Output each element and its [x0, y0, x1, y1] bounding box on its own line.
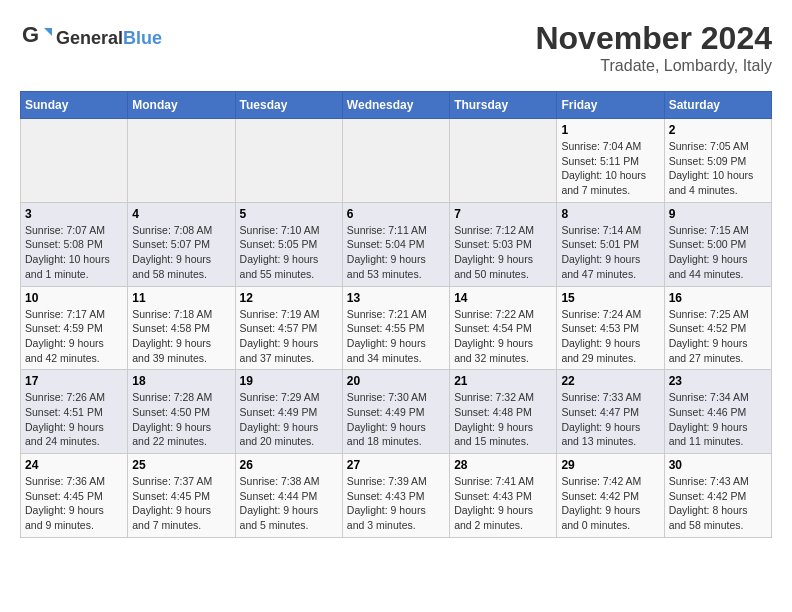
calendar-cell: 28Sunrise: 7:41 AM Sunset: 4:43 PM Dayli…: [450, 454, 557, 538]
day-number: 8: [561, 207, 659, 221]
weekday-header: Sunday: [21, 92, 128, 119]
calendar-cell: 19Sunrise: 7:29 AM Sunset: 4:49 PM Dayli…: [235, 370, 342, 454]
svg-text:G: G: [22, 22, 39, 47]
calendar-week-row: 1Sunrise: 7:04 AM Sunset: 5:11 PM Daylig…: [21, 119, 772, 203]
logo-mark: G: [20, 20, 52, 56]
day-info: Sunrise: 7:14 AM Sunset: 5:01 PM Dayligh…: [561, 223, 659, 282]
day-info: Sunrise: 7:21 AM Sunset: 4:55 PM Dayligh…: [347, 307, 445, 366]
day-number: 19: [240, 374, 338, 388]
weekday-header: Friday: [557, 92, 664, 119]
page-header: G GeneralBlue November 2024 Tradate, Lom…: [20, 20, 772, 75]
day-info: Sunrise: 7:24 AM Sunset: 4:53 PM Dayligh…: [561, 307, 659, 366]
day-info: Sunrise: 7:12 AM Sunset: 5:03 PM Dayligh…: [454, 223, 552, 282]
calendar-cell: 25Sunrise: 7:37 AM Sunset: 4:45 PM Dayli…: [128, 454, 235, 538]
calendar-cell: 17Sunrise: 7:26 AM Sunset: 4:51 PM Dayli…: [21, 370, 128, 454]
calendar-cell: 10Sunrise: 7:17 AM Sunset: 4:59 PM Dayli…: [21, 286, 128, 370]
calendar-table: SundayMondayTuesdayWednesdayThursdayFrid…: [20, 91, 772, 538]
calendar-cell: [450, 119, 557, 203]
calendar-cell: 3Sunrise: 7:07 AM Sunset: 5:08 PM Daylig…: [21, 202, 128, 286]
day-number: 3: [25, 207, 123, 221]
calendar-cell: 26Sunrise: 7:38 AM Sunset: 4:44 PM Dayli…: [235, 454, 342, 538]
day-info: Sunrise: 7:43 AM Sunset: 4:42 PM Dayligh…: [669, 474, 767, 533]
day-number: 13: [347, 291, 445, 305]
calendar-cell: 18Sunrise: 7:28 AM Sunset: 4:50 PM Dayli…: [128, 370, 235, 454]
day-info: Sunrise: 7:18 AM Sunset: 4:58 PM Dayligh…: [132, 307, 230, 366]
day-number: 7: [454, 207, 552, 221]
calendar-week-row: 3Sunrise: 7:07 AM Sunset: 5:08 PM Daylig…: [21, 202, 772, 286]
day-info: Sunrise: 7:29 AM Sunset: 4:49 PM Dayligh…: [240, 390, 338, 449]
calendar-cell: 22Sunrise: 7:33 AM Sunset: 4:47 PM Dayli…: [557, 370, 664, 454]
day-info: Sunrise: 7:25 AM Sunset: 4:52 PM Dayligh…: [669, 307, 767, 366]
calendar-cell: 9Sunrise: 7:15 AM Sunset: 5:00 PM Daylig…: [664, 202, 771, 286]
day-number: 5: [240, 207, 338, 221]
day-number: 10: [25, 291, 123, 305]
day-info: Sunrise: 7:10 AM Sunset: 5:05 PM Dayligh…: [240, 223, 338, 282]
calendar-cell: 29Sunrise: 7:42 AM Sunset: 4:42 PM Dayli…: [557, 454, 664, 538]
calendar-header-row: SundayMondayTuesdayWednesdayThursdayFrid…: [21, 92, 772, 119]
day-number: 9: [669, 207, 767, 221]
day-number: 22: [561, 374, 659, 388]
calendar-cell: 14Sunrise: 7:22 AM Sunset: 4:54 PM Dayli…: [450, 286, 557, 370]
logo-blue: Blue: [123, 28, 162, 48]
day-number: 18: [132, 374, 230, 388]
calendar-cell: 1Sunrise: 7:04 AM Sunset: 5:11 PM Daylig…: [557, 119, 664, 203]
weekday-header: Thursday: [450, 92, 557, 119]
day-info: Sunrise: 7:22 AM Sunset: 4:54 PM Dayligh…: [454, 307, 552, 366]
calendar-cell: 21Sunrise: 7:32 AM Sunset: 4:48 PM Dayli…: [450, 370, 557, 454]
day-number: 20: [347, 374, 445, 388]
calendar-cell: 6Sunrise: 7:11 AM Sunset: 5:04 PM Daylig…: [342, 202, 449, 286]
logo-general: General: [56, 28, 123, 48]
day-info: Sunrise: 7:26 AM Sunset: 4:51 PM Dayligh…: [25, 390, 123, 449]
day-number: 29: [561, 458, 659, 472]
day-number: 11: [132, 291, 230, 305]
day-info: Sunrise: 7:33 AM Sunset: 4:47 PM Dayligh…: [561, 390, 659, 449]
title-block: November 2024 Tradate, Lombardy, Italy: [535, 20, 772, 75]
weekday-header: Saturday: [664, 92, 771, 119]
day-number: 12: [240, 291, 338, 305]
day-number: 16: [669, 291, 767, 305]
calendar-cell: 15Sunrise: 7:24 AM Sunset: 4:53 PM Dayli…: [557, 286, 664, 370]
day-info: Sunrise: 7:19 AM Sunset: 4:57 PM Dayligh…: [240, 307, 338, 366]
day-number: 21: [454, 374, 552, 388]
day-number: 15: [561, 291, 659, 305]
calendar-cell: [128, 119, 235, 203]
day-number: 6: [347, 207, 445, 221]
day-info: Sunrise: 7:17 AM Sunset: 4:59 PM Dayligh…: [25, 307, 123, 366]
calendar-cell: 12Sunrise: 7:19 AM Sunset: 4:57 PM Dayli…: [235, 286, 342, 370]
day-info: Sunrise: 7:34 AM Sunset: 4:46 PM Dayligh…: [669, 390, 767, 449]
day-number: 14: [454, 291, 552, 305]
logo-text: GeneralBlue: [56, 28, 162, 49]
calendar-cell: 5Sunrise: 7:10 AM Sunset: 5:05 PM Daylig…: [235, 202, 342, 286]
day-number: 1: [561, 123, 659, 137]
calendar-cell: 23Sunrise: 7:34 AM Sunset: 4:46 PM Dayli…: [664, 370, 771, 454]
calendar-week-row: 17Sunrise: 7:26 AM Sunset: 4:51 PM Dayli…: [21, 370, 772, 454]
weekday-header: Monday: [128, 92, 235, 119]
day-info: Sunrise: 7:08 AM Sunset: 5:07 PM Dayligh…: [132, 223, 230, 282]
weekday-header: Tuesday: [235, 92, 342, 119]
day-number: 17: [25, 374, 123, 388]
calendar-cell: 24Sunrise: 7:36 AM Sunset: 4:45 PM Dayli…: [21, 454, 128, 538]
calendar-cell: 30Sunrise: 7:43 AM Sunset: 4:42 PM Dayli…: [664, 454, 771, 538]
day-info: Sunrise: 7:38 AM Sunset: 4:44 PM Dayligh…: [240, 474, 338, 533]
location-title: Tradate, Lombardy, Italy: [535, 57, 772, 75]
weekday-header: Wednesday: [342, 92, 449, 119]
day-info: Sunrise: 7:15 AM Sunset: 5:00 PM Dayligh…: [669, 223, 767, 282]
calendar-cell: 8Sunrise: 7:14 AM Sunset: 5:01 PM Daylig…: [557, 202, 664, 286]
calendar-cell: 16Sunrise: 7:25 AM Sunset: 4:52 PM Dayli…: [664, 286, 771, 370]
calendar-cell: [235, 119, 342, 203]
day-number: 25: [132, 458, 230, 472]
day-info: Sunrise: 7:04 AM Sunset: 5:11 PM Dayligh…: [561, 139, 659, 198]
calendar-week-row: 24Sunrise: 7:36 AM Sunset: 4:45 PM Dayli…: [21, 454, 772, 538]
calendar-week-row: 10Sunrise: 7:17 AM Sunset: 4:59 PM Dayli…: [21, 286, 772, 370]
logo: G GeneralBlue: [20, 20, 162, 56]
day-number: 24: [25, 458, 123, 472]
day-number: 23: [669, 374, 767, 388]
month-title: November 2024: [535, 20, 772, 57]
day-info: Sunrise: 7:41 AM Sunset: 4:43 PM Dayligh…: [454, 474, 552, 533]
day-number: 27: [347, 458, 445, 472]
day-info: Sunrise: 7:11 AM Sunset: 5:04 PM Dayligh…: [347, 223, 445, 282]
day-info: Sunrise: 7:05 AM Sunset: 5:09 PM Dayligh…: [669, 139, 767, 198]
calendar-cell: 27Sunrise: 7:39 AM Sunset: 4:43 PM Dayli…: [342, 454, 449, 538]
calendar-cell: [342, 119, 449, 203]
day-info: Sunrise: 7:42 AM Sunset: 4:42 PM Dayligh…: [561, 474, 659, 533]
